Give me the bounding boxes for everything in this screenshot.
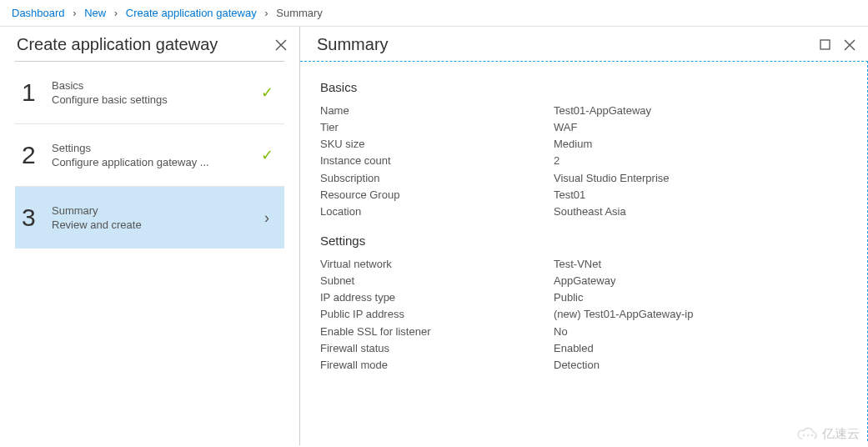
wizard-step-summary[interactable]: 3 Summary Review and create ›	[15, 187, 284, 249]
chevron-right-icon: ›	[259, 7, 273, 19]
svg-rect-2	[820, 40, 830, 49]
watermark-text: 亿速云	[822, 426, 860, 442]
kv-row: Virtual networkTest-VNet	[320, 256, 847, 273]
chevron-right-icon: ›	[109, 7, 123, 19]
kv-key: Firewall status	[320, 340, 554, 357]
kv-value: (new) Test01-AppGateway-ip	[554, 306, 847, 323]
kv-value: Visual Studio Enterprise	[554, 170, 847, 187]
summary-header: Summary	[300, 27, 868, 61]
section-heading: Basics	[320, 80, 847, 94]
kv-row: Resource GroupTest01	[320, 187, 847, 203]
cloud-icon	[795, 427, 819, 442]
kv-row: SKU sizeMedium	[320, 136, 847, 153]
step-title: Basics	[52, 79, 258, 92]
kv-row: IP address typePublic	[320, 289, 847, 306]
chevron-right-icon: ›	[68, 7, 81, 19]
kv-row: SubscriptionVisual Studio Enterprise	[320, 170, 847, 187]
watermark: 亿速云	[795, 426, 860, 442]
kv-row: Instance count2	[320, 153, 847, 169]
breadcrumb: Dashboard › New › Create application gat…	[0, 0, 868, 27]
kv-key: Firewall mode	[320, 357, 554, 374]
summary-content: Basics NameTest01-AppGateway TierWAF SKU…	[300, 61, 868, 441]
kv-value: Medium	[554, 136, 847, 153]
chevron-right-icon: ›	[264, 209, 269, 227]
kv-row: LocationSoutheast Asia	[320, 203, 847, 220]
kv-key: Resource Group	[320, 187, 554, 203]
kv-key: IP address type	[320, 289, 554, 306]
step-title: Settings	[52, 142, 258, 154]
kv-key: Tier	[320, 119, 554, 136]
kv-value: Test01	[554, 187, 847, 203]
wizard-step-settings[interactable]: 2 Settings Configure application gateway…	[15, 124, 284, 187]
section-basics: Basics NameTest01-AppGateway TierWAF SKU…	[320, 80, 847, 220]
restore-icon[interactable]	[818, 38, 831, 52]
kv-value: Test01-AppGateway	[554, 103, 847, 119]
kv-value: No	[554, 324, 847, 340]
svg-point-5	[803, 434, 805, 436]
wizard-panel: Create application gateway 1 Basics Conf…	[0, 27, 300, 445]
kv-key: Name	[320, 103, 554, 119]
kv-row: TierWAF	[320, 119, 847, 136]
kv-key: Location	[320, 203, 554, 220]
step-subtitle: Configure basic settings	[52, 93, 258, 106]
section-heading: Settings	[320, 234, 847, 248]
kv-value: Detection	[554, 357, 847, 374]
svg-point-7	[811, 434, 814, 436]
check-icon: ✓	[261, 83, 273, 102]
section-settings: Settings Virtual networkTest-VNet Subnet…	[320, 234, 847, 374]
kv-key: Subscription	[320, 170, 554, 187]
kv-row: Enable SSL for listenerNo	[320, 324, 847, 340]
breadcrumb-item-dashboard[interactable]: Dashboard	[12, 7, 65, 19]
kv-row: NameTest01-AppGateway	[320, 103, 847, 119]
step-number: 1	[22, 78, 52, 107]
kv-key: Subnet	[320, 273, 554, 289]
kv-value: Southeast Asia	[554, 203, 847, 220]
kv-row: Firewall modeDetection	[320, 357, 847, 374]
summary-title: Summary	[317, 35, 389, 54]
step-number: 3	[22, 203, 52, 232]
close-icon[interactable]	[274, 38, 288, 52]
kv-value: Test-VNet	[554, 256, 847, 273]
kv-row: Firewall statusEnabled	[320, 340, 847, 357]
kv-value: WAF	[554, 119, 847, 136]
kv-key: Instance count	[320, 153, 554, 169]
kv-value: Public	[554, 289, 847, 306]
step-subtitle: Review and create	[52, 218, 258, 231]
kv-row: SubnetAppGateway	[320, 273, 847, 289]
kv-value: 2	[554, 153, 847, 169]
check-icon: ✓	[261, 146, 273, 164]
kv-key: SKU size	[320, 136, 554, 153]
svg-point-6	[807, 434, 810, 436]
kv-key: Enable SSL for listener	[320, 324, 554, 340]
step-subtitle: Configure application gateway ...	[52, 156, 258, 168]
kv-value: AppGateway	[554, 273, 847, 289]
kv-key: Public IP address	[320, 306, 554, 323]
kv-row: Public IP address(new) Test01-AppGateway…	[320, 306, 847, 323]
breadcrumb-item-new[interactable]: New	[84, 7, 106, 19]
step-number: 2	[22, 141, 52, 169]
kv-key: Virtual network	[320, 256, 554, 273]
close-icon[interactable]	[843, 38, 856, 52]
summary-panel: Summary Basics NameTest01-AppGateway Tie…	[300, 27, 868, 445]
wizard-title: Create application gateway	[17, 35, 218, 54]
kv-value: Enabled	[554, 340, 847, 357]
wizard-steps: 1 Basics Configure basic settings ✓ 2 Se…	[15, 61, 284, 249]
breadcrumb-item-summary: Summary	[276, 7, 323, 19]
step-title: Summary	[52, 204, 258, 217]
breadcrumb-item-create-app-gateway[interactable]: Create application gateway	[126, 7, 257, 19]
wizard-step-basics[interactable]: 1 Basics Configure basic settings ✓	[15, 62, 284, 124]
wizard-header: Create application gateway	[0, 27, 299, 61]
